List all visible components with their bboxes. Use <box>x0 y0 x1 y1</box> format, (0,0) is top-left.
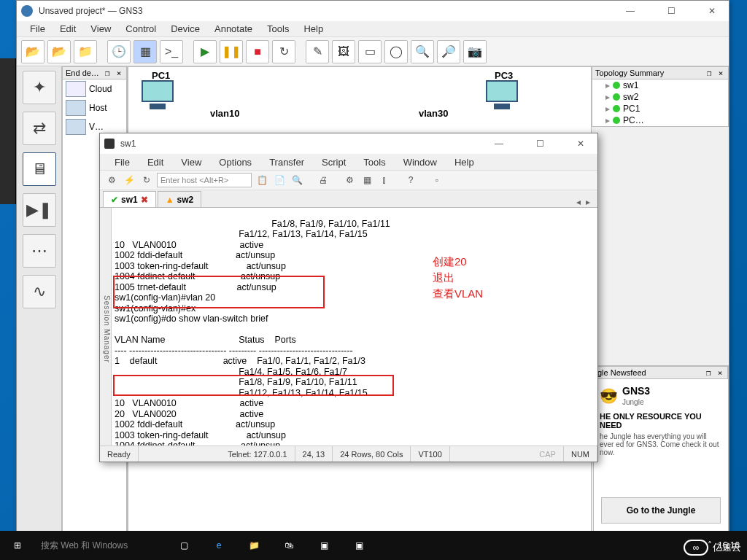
stop-button[interactable]: ■ <box>246 40 269 63</box>
store-icon[interactable]: 🛍 <box>271 531 306 560</box>
console-button[interactable]: >_ <box>160 40 183 63</box>
reconnect-icon[interactable]: ↻ <box>139 173 154 187</box>
taskbar-search[interactable]: 搜索 Web 和 Windows <box>35 535 166 556</box>
node-pc1[interactable] <box>139 80 177 112</box>
close-panel-icon[interactable]: × <box>716 368 724 378</box>
menu-transfer[interactable]: Transfer <box>262 157 311 168</box>
find-icon[interactable]: 🔍 <box>290 173 304 187</box>
node-pc3[interactable] <box>483 80 521 112</box>
device-cloud[interactable]: Cloud <box>63 79 126 98</box>
snapshot-button[interactable]: 🕒 <box>107 40 131 63</box>
close-panel-icon[interactable]: × <box>716 69 725 78</box>
print-icon[interactable]: 🖨 <box>316 173 330 187</box>
crt-icon <box>104 139 115 149</box>
minimize-button[interactable]: — <box>487 139 511 149</box>
menu-annotate[interactable]: Annotate <box>209 23 258 34</box>
save-button[interactable]: 📁 <box>74 40 97 63</box>
reload-button[interactable]: ↻ <box>272 40 295 63</box>
maximize-button[interactable]: ☐ <box>527 139 552 149</box>
misc-icon[interactable]: ▫ <box>430 173 444 187</box>
maximize-button[interactable]: ☐ <box>659 6 684 16</box>
session-manager-tab[interactable]: Session Manager <box>100 208 112 446</box>
topo-item-sw1[interactable]: ▸sw1 <box>592 79 728 91</box>
go-to-jungle-button[interactable]: Go to the Jungle <box>601 497 721 524</box>
menu-view[interactable]: View <box>174 157 209 168</box>
task-view-icon[interactable]: ▢ <box>166 531 201 560</box>
topo-item-sw2[interactable]: ▸sw2 <box>592 91 728 103</box>
minimize-button[interactable]: — <box>618 6 643 16</box>
play-button[interactable]: ▶ <box>193 40 217 63</box>
close-tab-icon[interactable]: ✖ <box>141 195 148 205</box>
start-button[interactable]: ⊞ <box>0 531 35 560</box>
end-devices-header[interactable]: End de… ❐× <box>62 66 127 79</box>
menu-view[interactable]: View <box>85 23 117 34</box>
rect-button[interactable]: ▭ <box>358 40 382 63</box>
zoomout-button[interactable]: 🔎 <box>437 40 460 63</box>
menu-tools[interactable]: Tools <box>356 157 392 168</box>
tab-prev-icon[interactable]: ◂ <box>576 197 581 207</box>
help-icon[interactable]: ? <box>403 173 418 187</box>
host-input[interactable]: Enter host <Alt+R> <box>157 173 252 187</box>
securecrt-window: sw1 — ☐ ✕ File Edit View Options Transfe… <box>99 133 598 462</box>
topology-summary-header[interactable]: Topology Summary ❐× <box>592 66 729 79</box>
menu-window[interactable]: Window <box>396 157 444 168</box>
switches-category[interactable]: ⇄ <box>23 112 56 145</box>
note-button[interactable]: ✎ <box>306 40 329 63</box>
menu-help[interactable]: Help <box>298 23 329 34</box>
undock-icon[interactable]: ❐ <box>704 368 713 378</box>
end-devices-category[interactable]: 🖥 <box>23 152 56 186</box>
windows-taskbar[interactable]: ⊞ 搜索 Web 和 Windows ▢ e 📁 🛍 ▣ ▣ ˄16:16 <box>0 531 747 560</box>
menu-help[interactable]: Help <box>447 157 481 168</box>
menu-edit[interactable]: Edit <box>54 23 82 34</box>
options-icon[interactable]: ⚙ <box>342 173 357 187</box>
close-panel-icon[interactable]: × <box>115 69 123 78</box>
zoomin-button[interactable]: 🔍 <box>411 40 434 63</box>
open2-button[interactable]: 📂 <box>47 40 71 63</box>
image-button[interactable]: 🖼 <box>332 40 355 63</box>
undock-icon[interactable]: ❐ <box>103 69 112 78</box>
terminal-output[interactable]: Fa1/8, Fa1/9, Fa1/10, Fa1/11 Fa1/12, Fa1… <box>112 208 597 446</box>
quickconnect-icon[interactable]: ⚡ <box>122 173 136 187</box>
link-tool[interactable]: ∿ <box>23 275 56 308</box>
tab-sw1[interactable]: ✔sw1✖ <box>103 191 156 207</box>
menu-options[interactable]: Options <box>212 157 259 168</box>
security-category[interactable]: ▶❚ <box>23 193 56 227</box>
tab-next-icon[interactable]: ▸ <box>586 197 590 207</box>
gns3-icon <box>21 5 33 17</box>
edge-icon[interactable]: e <box>201 531 236 560</box>
app2-icon[interactable]: ▣ <box>341 531 376 560</box>
open-button[interactable]: 📂 <box>21 40 44 63</box>
app1-icon[interactable]: ▣ <box>306 531 341 560</box>
undock-icon[interactable]: ❐ <box>705 69 713 78</box>
copy-icon[interactable]: 📋 <box>255 173 269 187</box>
menu-file[interactable]: File <box>107 157 137 168</box>
close-button[interactable]: ✕ <box>568 139 593 149</box>
menu-device[interactable]: Device <box>165 23 206 34</box>
status-led-icon <box>613 105 620 112</box>
device-host[interactable]: Host <box>63 98 126 117</box>
all-category[interactable]: ⋯ <box>23 234 56 268</box>
check-icon: ✔ <box>111 195 118 205</box>
gns3-titlebar[interactable]: Unsaved project* — GNS3 — ☐ ✕ <box>17 1 729 21</box>
sessions-icon[interactable]: ▦ <box>360 173 374 187</box>
routers-category[interactable]: ✦ <box>23 71 56 104</box>
grid-button[interactable]: ▦ <box>133 40 157 63</box>
ellipse-button[interactable]: ◯ <box>384 40 408 63</box>
topo-item-pc2[interactable]: ▸PC… <box>592 114 728 126</box>
close-button[interactable]: ✕ <box>700 6 724 16</box>
crt-titlebar[interactable]: sw1 — ☐ ✕ <box>100 133 597 154</box>
explorer-icon[interactable]: 📁 <box>236 531 271 560</box>
menu-edit[interactable]: Edit <box>140 157 171 168</box>
pause-button[interactable]: ❚❚ <box>220 40 243 63</box>
menu-tools[interactable]: Tools <box>261 23 295 34</box>
topo-item-pc1[interactable]: ▸PC1 <box>592 103 728 114</box>
tab-sw2[interactable]: ▲sw2 <box>158 191 202 207</box>
menu-control[interactable]: Control <box>120 23 162 34</box>
status-term: VT100 <box>411 446 449 462</box>
toggle-icon[interactable]: ⫿ <box>377 173 392 187</box>
menu-file[interactable]: File <box>24 23 51 34</box>
menu-script[interactable]: Script <box>314 157 353 168</box>
screenshot-button[interactable]: 📷 <box>463 40 487 63</box>
connect-icon[interactable]: ⚙ <box>104 173 119 187</box>
paste-icon[interactable]: 📄 <box>272 173 287 187</box>
